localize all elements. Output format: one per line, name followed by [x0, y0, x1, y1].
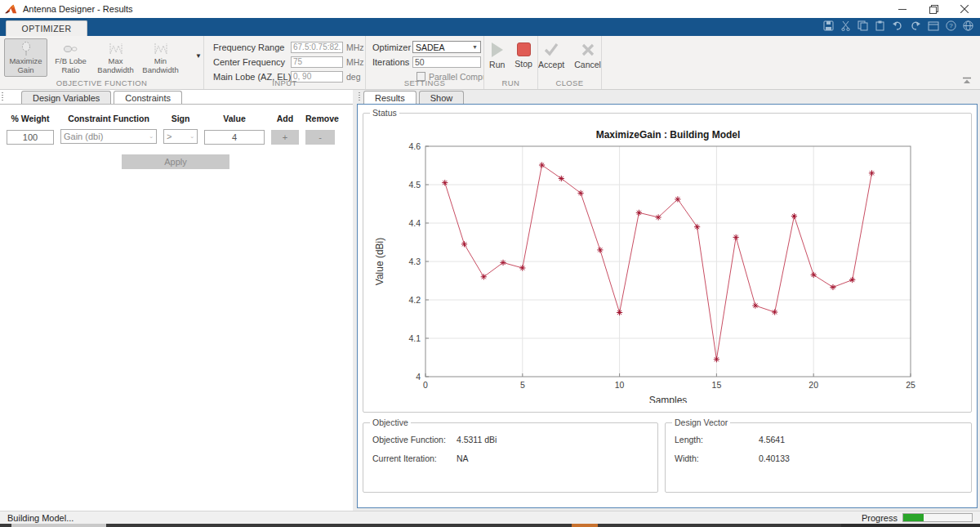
svg-text:20: 20 [808, 380, 818, 390]
center-frequency-input[interactable] [291, 56, 343, 68]
frequency-range-input[interactable] [291, 42, 343, 53]
ribbon-toolbar: Maximize Gain F/B Lobe Ratio Max Bandwid… [0, 36, 980, 90]
svg-text:4.1: 4.1 [408, 333, 421, 343]
svg-text:MaximizeGain : Building Model: MaximizeGain : Building Model [596, 129, 741, 141]
optimizer-value: SADEA [416, 42, 445, 52]
frequency-range-label: Frequency Range [213, 42, 291, 52]
center-frequency-label: Center Frequency [213, 57, 291, 67]
length-label: Length: [675, 435, 756, 444]
sign-value: > [167, 132, 172, 141]
undo-icon[interactable] [892, 20, 903, 31]
constraint-value-input[interactable] [204, 130, 265, 145]
column-header-sign: Sign [163, 114, 198, 123]
tab-show[interactable]: Show [419, 91, 465, 104]
panel-drag-handle[interactable] [2, 92, 3, 102]
close-icon [960, 5, 969, 13]
maximize-gain-button[interactable]: Maximize Gain [4, 38, 47, 77]
max-bandwidth-label: Max Bandwidth [95, 57, 136, 74]
svg-text:25: 25 [906, 380, 915, 390]
fb-lobe-ratio-icon [64, 41, 78, 57]
left-tabstrip: Design Variables Constraints [0, 90, 353, 104]
tab-optimizer[interactable]: OPTIMIZER [6, 20, 87, 36]
toolbar-empty-area [602, 36, 980, 89]
tab-constraints[interactable]: Constraints [114, 91, 182, 104]
design-vector-legend: Design Vector [672, 418, 730, 427]
optimizer-select[interactable]: SADEA ▼ [412, 41, 481, 53]
section-run: Run Stop RUN [484, 36, 538, 89]
section-settings: Optimizer SADEA ▼ Iterations Parallel Co… [366, 36, 484, 89]
globe-icon[interactable] [963, 20, 973, 31]
column-header-add: Add [271, 114, 299, 123]
matlab-logo-icon [5, 3, 18, 15]
objective-function-label: Objective Function: [372, 435, 454, 444]
current-iteration-label: Current Iteration: [372, 453, 454, 463]
status-bar: Building Model... Progress [0, 511, 980, 524]
paste-icon[interactable] [875, 20, 885, 31]
copy-icon[interactable] [858, 20, 868, 31]
panel-drag-handle[interactable] [359, 92, 360, 102]
min-bandwidth-label: Min Bandwidth [140, 57, 181, 74]
accept-button[interactable]: Accept [538, 42, 564, 69]
constraints-header-row: % Weight Constraint Function Sign Value … [7, 105, 353, 123]
iterations-input[interactable] [412, 56, 481, 68]
weight-input[interactable] [7, 130, 54, 145]
status-message: Building Model... [7, 513, 74, 523]
tab-design-variables[interactable]: Design Variables [21, 91, 111, 104]
center-frequency-unit: MHz [346, 57, 364, 67]
svg-text:Samples: Samples [649, 395, 688, 403]
apply-button[interactable]: Apply [122, 154, 229, 169]
run-button[interactable]: Run [489, 42, 505, 69]
min-bandwidth-button[interactable]: Min Bandwidth [139, 38, 182, 77]
max-bandwidth-button[interactable]: Max Bandwidth [94, 38, 137, 77]
restore-button[interactable] [918, 0, 949, 18]
add-constraint-button[interactable]: + [271, 130, 299, 145]
svg-text:0: 0 [423, 380, 428, 390]
cancel-x-icon [581, 42, 595, 57]
input-section-label: INPUT [204, 78, 365, 87]
max-bandwidth-icon [109, 41, 123, 57]
results-panel: Results Show Status 051015202544.14.24.3… [357, 90, 978, 511]
column-header-value: Value [204, 114, 265, 123]
section-objective-function: Maximize Gain F/B Lobe Ratio Max Bandwid… [0, 36, 204, 89]
title-bar: Antenna Designer - Results [0, 0, 980, 18]
objective-flyout-chevron-down-icon[interactable]: ▼ [193, 52, 204, 60]
design-vector-groupbox: Design Vector Length: 4.5641 Width: 0.40… [665, 418, 972, 493]
fb-lobe-ratio-button[interactable]: F/B Lobe Ratio [49, 38, 92, 77]
layout-window-icon[interactable] [928, 21, 939, 31]
stop-button[interactable]: Stop [514, 42, 532, 69]
column-header-constraint-function: Constraint Function [60, 114, 157, 123]
stop-icon [517, 42, 531, 56]
width-label: Width: [675, 453, 756, 463]
tab-results[interactable]: Results [363, 91, 416, 104]
collapse-ribbon-icon[interactable] [962, 77, 972, 84]
cancel-label: Cancel [574, 60, 601, 69]
minimize-button[interactable] [887, 0, 918, 18]
section-close: Accept Cancel CLOSE [538, 36, 602, 89]
redo-icon[interactable] [910, 20, 921, 31]
close-button[interactable] [949, 0, 980, 18]
width-value: 0.40133 [759, 453, 790, 463]
constraint-row: Gain (dbi) ⌄ > ⌄ + - [7, 123, 353, 144]
status-groupbox: Status 051015202544.14.24.34.44.54.6Maxi… [363, 108, 972, 413]
save-icon[interactable] [823, 20, 834, 31]
svg-text:4.3: 4.3 [408, 257, 421, 266]
current-iteration-value: NA [457, 453, 469, 463]
cancel-button[interactable]: Cancel [574, 42, 601, 69]
settings-section-label: SETTINGS [366, 78, 483, 87]
chevron-down-icon: ▼ [472, 44, 478, 50]
fb-lobe-ratio-label: F/B Lobe Ratio [50, 57, 91, 74]
taskbar-notification-app [572, 524, 598, 527]
svg-text:4.4: 4.4 [408, 218, 421, 228]
progress-label: Progress [862, 513, 898, 523]
constraint-function-select[interactable]: Gain (dbi) ⌄ [60, 129, 157, 144]
sign-select[interactable]: > ⌄ [163, 129, 198, 144]
ribbon-tab-bar: OPTIMIZER ? [0, 18, 980, 36]
constraint-function-value: Gain (dbi) [64, 132, 103, 141]
remove-constraint-button[interactable]: - [305, 130, 335, 145]
svg-text:4.6: 4.6 [408, 141, 421, 151]
cut-icon[interactable] [840, 20, 851, 31]
close-section-label: CLOSE [538, 78, 601, 87]
help-icon[interactable]: ? [946, 20, 956, 31]
chevron-down-icon: ⌄ [149, 133, 154, 140]
right-tabstrip: Results Show [357, 90, 978, 104]
